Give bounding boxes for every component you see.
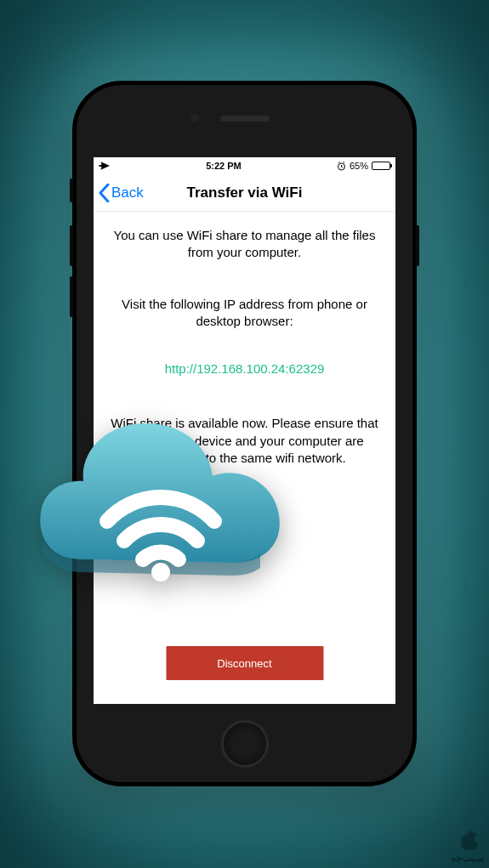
battery-icon — [372, 162, 390, 170]
intro-text: You can use WiFi share to manage all the… — [111, 227, 378, 262]
availability-note: WiFi share is available now. Please ensu… — [111, 415, 378, 467]
nav-bar: Back Transfer via WiFi — [94, 174, 395, 212]
alarm-icon — [337, 162, 346, 171]
content-area: You can use WiFi share to manage all the… — [94, 212, 395, 467]
status-time: 5:22 PM — [206, 161, 242, 171]
status-right: 65% — [337, 161, 390, 171]
back-button[interactable]: Back — [94, 184, 144, 202]
phone-bezel: 5:22 PM 65% Back Transfer via WiFi You c… — [77, 85, 412, 782]
watermark: سیب‌چه — [451, 827, 484, 863]
phone-frame: 5:22 PM 65% Back Transfer via WiFi You c… — [72, 81, 417, 786]
mute-switch — [70, 179, 73, 202]
airplane-icon — [99, 161, 111, 171]
volume-up-button — [70, 225, 73, 266]
back-label: Back — [111, 184, 144, 201]
chevron-left-icon — [99, 184, 110, 202]
disconnect-button[interactable]: Disconnect — [166, 646, 323, 680]
home-button[interactable] — [221, 720, 269, 768]
status-bar: 5:22 PM 65% — [94, 157, 395, 174]
front-camera — [190, 114, 199, 122]
visit-prompt: Visit the following IP address from phon… — [111, 296, 378, 331]
volume-down-button — [70, 276, 73, 317]
ip-url-link[interactable]: http://192.168.100.24:62329 — [111, 360, 378, 377]
power-button — [416, 225, 419, 266]
status-left — [99, 161, 111, 171]
watermark-text: سیب‌چه — [451, 853, 484, 863]
phone-speaker — [220, 116, 270, 122]
screen: 5:22 PM 65% Back Transfer via WiFi You c… — [94, 157, 395, 704]
battery-text: 65% — [350, 161, 368, 171]
watermark-icon — [458, 827, 478, 851]
